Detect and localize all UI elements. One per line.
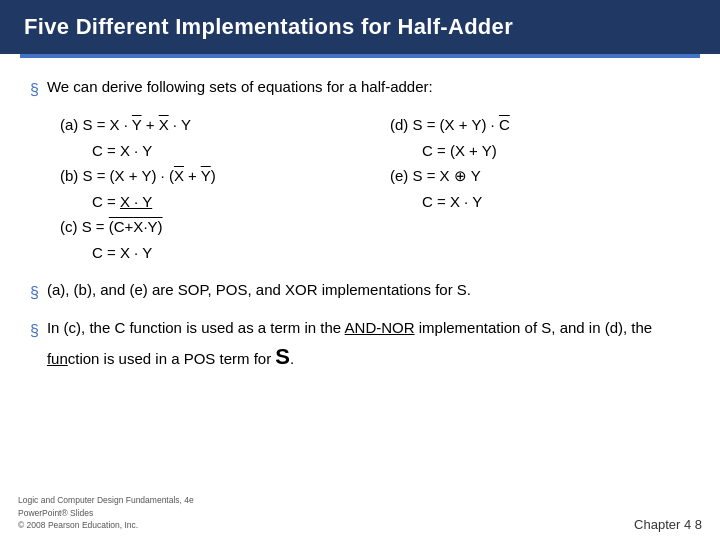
eq-col-right: (d) S = (X + Y) · C C = (X + Y) (e) S = … bbox=[390, 112, 690, 265]
eq-c-line2: C = X · Y bbox=[92, 240, 360, 266]
bullet-3: § In (c), the C function is used as a te… bbox=[30, 317, 690, 373]
bullet-1-intro: § We can derive following sets of equati… bbox=[30, 76, 690, 102]
footer-left: Logic and Computer Design Fundamentals, … bbox=[18, 494, 194, 532]
bullet-2-text: (a), (b), and (e) are SOP, POS, and XOR … bbox=[47, 279, 471, 302]
slide-title: Five Different Implementations for Half-… bbox=[0, 0, 720, 54]
bullet-icon-2: § bbox=[30, 281, 39, 305]
eq-d-line2: C = (X + Y) bbox=[422, 138, 690, 164]
eq-e-line2: C = X · Y bbox=[422, 189, 690, 215]
eq-d-line1: (d) S = (X + Y) · C bbox=[390, 112, 690, 138]
bullet-2: § (a), (b), and (e) are SOP, POS, and XO… bbox=[30, 279, 690, 305]
eq-a-line2: C = X · Y bbox=[92, 138, 360, 164]
chapter-page: Chapter 4 8 bbox=[634, 517, 702, 532]
eq-b-line2: C = X · Y bbox=[92, 189, 360, 215]
bullet-1-section: § We can derive following sets of equati… bbox=[30, 76, 690, 265]
footer-line3: © 2008 Pearson Education, Inc. bbox=[18, 519, 194, 532]
eq-c-line1: (c) S = (C+X·Y) bbox=[60, 214, 360, 240]
bullet-icon-1: § bbox=[30, 78, 39, 102]
eq-b-line1: (b) S = (X + Y) · (X + Y) bbox=[60, 163, 360, 189]
footer: Logic and Computer Design Fundamentals, … bbox=[0, 494, 720, 532]
footer-line2: PowerPoint® Slides bbox=[18, 507, 194, 520]
eq-a-line1: (a) S = X · Y + X · Y bbox=[60, 112, 360, 138]
bullet-3-text: In (c), the C function is used as a term… bbox=[47, 317, 690, 373]
bullet-1-text: We can derive following sets of equation… bbox=[47, 76, 433, 99]
content-area: § We can derive following sets of equati… bbox=[0, 58, 720, 393]
title-text: Five Different Implementations for Half-… bbox=[24, 14, 513, 39]
footer-right: Chapter 4 8 bbox=[634, 517, 702, 532]
slide: Five Different Implementations for Half-… bbox=[0, 0, 720, 540]
equations-grid: (a) S = X · Y + X · Y C = X · Y (b) S = … bbox=[60, 112, 690, 265]
footer-line1: Logic and Computer Design Fundamentals, … bbox=[18, 494, 194, 507]
eq-e-line1: (e) S = X ⊕ Y bbox=[390, 163, 690, 189]
bullet-icon-3: § bbox=[30, 319, 39, 343]
eq-col-left: (a) S = X · Y + X · Y C = X · Y (b) S = … bbox=[60, 112, 360, 265]
